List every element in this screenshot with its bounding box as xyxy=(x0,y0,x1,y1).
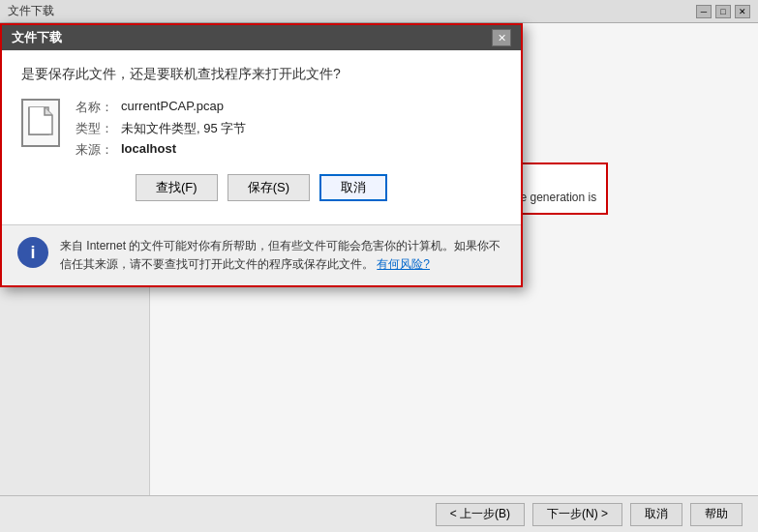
file-name-row: 名称： currentPCAP.pcap xyxy=(76,99,246,116)
save-button[interactable]: 保存(S) xyxy=(227,174,310,201)
type-label: 类型： xyxy=(76,120,113,137)
close-btn[interactable]: ✕ xyxy=(735,5,750,18)
file-type-value: 未知文件类型, 95 字节 xyxy=(121,120,246,137)
file-info-row: 名称： currentPCAP.pcap 类型： 未知文件类型, 95 字节 来… xyxy=(21,99,501,159)
bottom-bar: < 上一步(B) 下一步(N) > 取消 帮助 xyxy=(0,495,758,532)
file-details: 名称： currentPCAP.pcap 类型： 未知文件类型, 95 字节 来… xyxy=(76,99,246,159)
dialog-close-button[interactable]: ✕ xyxy=(492,29,511,46)
dialog-warning: i 来自 Internet 的文件可能对你有所帮助，但有些文件可能会危害你的计算… xyxy=(2,224,521,285)
outer-title-text: 文件下载 xyxy=(8,3,54,19)
dialog-title-bar: 文件下载 ✕ xyxy=(2,25,521,50)
dialog-body: 是要保存此文件，还是要联机查找程序来打开此文件? 名称： currentPCAP… xyxy=(2,50,521,224)
cancel-nav-button[interactable]: 取消 xyxy=(630,503,682,526)
dialog-title-text: 文件下载 xyxy=(12,29,62,46)
file-download-dialog: 文件下载 ✕ 是要保存此文件，还是要联机查找程序来打开此文件? 名称： xyxy=(0,23,523,287)
next-button[interactable]: 下一步(N) > xyxy=(532,503,622,526)
main-window: 文件下载 ─ □ ✕ Record LoM t: Disconnect mote… xyxy=(0,0,758,532)
cancel-button[interactable]: 取消 xyxy=(319,174,387,201)
outer-title-bar: 文件下载 ─ □ ✕ xyxy=(0,0,758,23)
dialog-question: 是要保存此文件，还是要联机查找程序来打开此文件? xyxy=(21,66,501,83)
file-source-value: localhost xyxy=(121,141,176,159)
warning-risk-link[interactable]: 有何风险? xyxy=(377,257,430,271)
title-controls: ─ □ ✕ xyxy=(696,5,750,18)
maximize-btn[interactable]: □ xyxy=(715,5,731,18)
file-name-value: currentPCAP.pcap xyxy=(121,99,224,116)
search-button[interactable]: 查找(F) xyxy=(136,174,218,201)
warning-text: 来自 Internet 的文件可能对你有所帮助，但有些文件可能会危害你的计算机。… xyxy=(60,237,505,274)
source-label: 来源： xyxy=(76,141,113,159)
file-source-row: 来源： localhost xyxy=(76,141,246,159)
warning-shield-icon: i xyxy=(17,237,48,268)
help-button[interactable]: 帮助 xyxy=(690,503,743,526)
name-label: 名称： xyxy=(76,99,113,116)
file-type-row: 类型： 未知文件类型, 95 字节 xyxy=(76,120,246,137)
dialog-buttons: 查找(F) 保存(S) 取消 xyxy=(21,174,501,201)
file-icon xyxy=(21,99,60,147)
back-button[interactable]: < 上一步(B) xyxy=(436,503,525,526)
minimize-btn[interactable]: ─ xyxy=(696,5,712,18)
